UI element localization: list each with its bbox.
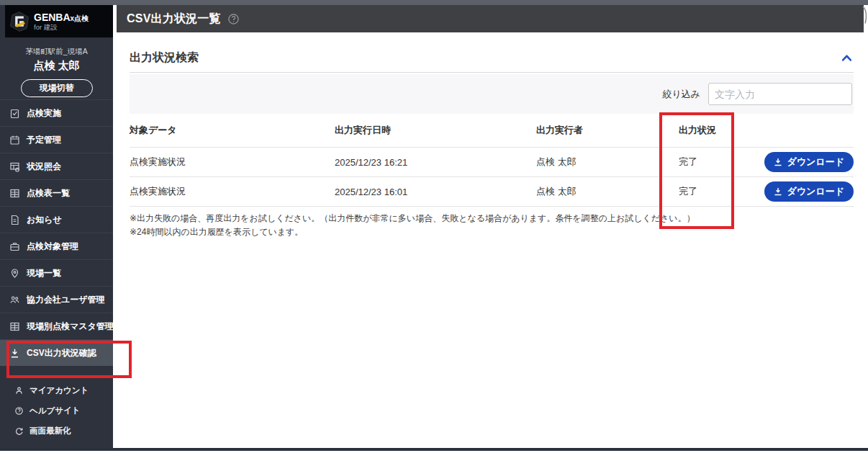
sidebar-item-schedule[interactable]: 予定管理	[0, 126, 113, 153]
sidebar-item-label: 点検表一覧	[27, 187, 70, 199]
users-icon	[9, 295, 20, 305]
brand-logo-icon	[9, 11, 30, 32]
sidebar-item-label: ヘルプサイト	[30, 405, 81, 416]
page-title: CSV出力状況一覧	[127, 12, 221, 27]
sidebar-item-notices[interactable]: お知らせ	[0, 206, 113, 233]
user-name: 点検 太郎	[0, 59, 113, 73]
table-row: 点検実施状況 2025/12/23 16:01 点検 太郎 完了 ダウンロード	[130, 177, 854, 207]
clipboard-check-icon	[9, 108, 20, 119]
table-row: 点検実施状況 2025/12/23 16:21 点検 太郎 完了 ダウンロード	[130, 148, 854, 177]
sidebar-item-label: 現場一覧	[27, 267, 61, 279]
help-icon	[14, 406, 24, 416]
download-button-label: ダウンロード	[787, 185, 844, 198]
sidebar-item-csv-output-status[interactable]: CSV出力状況確認	[0, 339, 113, 366]
cell-executed-at: 2025/12/23 16:21	[335, 157, 536, 168]
sidebar-item-label: 画面最新化	[30, 426, 71, 436]
stray-pen-mark	[862, 6, 868, 24]
download-button[interactable]: ダウンロード	[764, 152, 854, 172]
sidebar-item-site-list[interactable]: 現場一覧	[0, 259, 113, 286]
filter-bar: 絞り込み	[130, 74, 854, 114]
sidebar-item-inspection-sheets[interactable]: 点検表一覧	[0, 179, 113, 206]
sidebar-item-label: 協力会社ユーザ管理	[27, 294, 105, 306]
chevron-up-icon[interactable]	[840, 53, 854, 63]
app-logo[interactable]: GENBAx点検 for 建設	[5, 5, 113, 37]
sidebar-item-inspection-run[interactable]: 点検実施	[0, 99, 113, 126]
download-arrow-icon	[774, 187, 782, 196]
calendar-icon	[9, 135, 20, 145]
sidebar-item-label: 状況照会	[27, 161, 61, 173]
sidebar-item-label: 予定管理	[27, 134, 61, 146]
download-arrow-icon	[774, 158, 782, 166]
filter-input[interactable]	[708, 83, 852, 105]
cell-executor: 点検 太郎	[536, 156, 679, 169]
sidebar-item-site-master[interactable]: 現場別点検マスタ管理	[0, 313, 113, 339]
cell-status: 完了	[679, 185, 758, 198]
column-header-executor: 出力実行者	[536, 124, 679, 137]
cell-target-data: 点検実施状況	[130, 185, 335, 198]
download-button-label: ダウンロード	[787, 156, 844, 169]
person-icon	[14, 386, 24, 395]
sidebar: GENBAx点検 for 建設 茅場町駅前_現場A 点検 太郎 現場切替 点検実…	[0, 5, 113, 448]
table-header-row: 対象データ 出力実行日時 出力実行者 出力状況	[130, 114, 854, 148]
cell-executor: 点検 太郎	[536, 185, 679, 198]
grid-icon	[9, 321, 20, 332]
download-icon	[9, 348, 20, 359]
sidebar-item-target-management[interactable]: 点検対象管理	[0, 233, 113, 259]
sidebar-item-label: マイアカウント	[30, 385, 89, 396]
filter-label: 絞り込み	[662, 88, 700, 101]
brand-name: GENBA	[34, 12, 71, 23]
switch-site-button[interactable]: 現場切替	[21, 79, 93, 97]
sidebar-item-label: 点検対象管理	[27, 241, 78, 253]
sidebar-item-label: CSV出力状況確認	[27, 347, 96, 359]
download-button[interactable]: ダウンロード	[764, 181, 854, 202]
page-header: CSV出力状況一覧	[117, 5, 864, 32]
main-content: 出力状況検索 絞り込み 対象データ 出力実行日時 出力実行者 出力状況 点検実施…	[117, 32, 864, 448]
status-table-icon	[9, 161, 20, 172]
user-block: 茅場町駅前_現場A 点検 太郎 現場切替	[0, 37, 113, 97]
sidebar-secondary-nav: マイアカウント ヘルプサイト 画面最新化	[0, 380, 113, 441]
footnotes: ※出力失敗の場合、再度出力をお試しください。（出力件数が非常に多い場合、失敗とな…	[130, 212, 695, 239]
sidebar-nav: 点検実施 予定管理 状況照会 点検表一覧 お知らせ 点検対象管理 現場一覧 協	[0, 99, 113, 366]
cell-target-data: 点検実施状況	[130, 156, 335, 169]
column-header-target-data: 対象データ	[130, 124, 335, 137]
sidebar-item-label: お知らせ	[27, 214, 62, 226]
footnote-retry: ※出力失敗の場合、再度出力をお試しください。（出力件数が非常に多い場合、失敗とな…	[130, 212, 695, 225]
column-header-executed-at: 出力実行日時	[335, 124, 536, 137]
search-panel-title: 出力状況検索	[130, 50, 199, 66]
document-icon	[9, 215, 20, 225]
window-top-strip	[0, 0, 868, 5]
cell-executed-at: 2025/12/23 16:01	[335, 187, 536, 197]
briefcase-icon	[9, 241, 20, 252]
table-icon	[9, 188, 20, 199]
refresh-icon	[14, 426, 24, 436]
brand-subtitle: for 建設	[34, 24, 89, 31]
map-pin-icon	[9, 268, 20, 279]
window-bottom-strip	[0, 448, 868, 451]
current-site-label: 茅場町駅前_現場A	[0, 47, 113, 57]
footnote-24h: ※24時間以内の出力履歴を表示しています。	[130, 225, 695, 239]
sidebar-item-help-site[interactable]: ヘルプサイト	[0, 400, 113, 421]
help-circle-icon[interactable]	[227, 13, 240, 25]
search-panel-header: 出力状況検索	[130, 44, 854, 73]
output-status-table: 対象データ 出力実行日時 出力実行者 出力状況 点検実施状況 2025/12/2…	[130, 114, 854, 207]
sidebar-item-label: 点検実施	[27, 107, 61, 120]
sidebar-item-label: 現場別点検マスタ管理	[27, 320, 114, 333]
sidebar-item-status-inquiry[interactable]: 状況照会	[0, 153, 113, 179]
sidebar-item-my-account[interactable]: マイアカウント	[0, 380, 113, 400]
cell-status: 完了	[679, 156, 758, 169]
column-header-status: 出力状況	[679, 124, 758, 137]
sidebar-item-refresh-screen[interactable]: 画面最新化	[0, 421, 113, 441]
brand-suffix: x点検	[71, 14, 89, 22]
sidebar-item-partner-users[interactable]: 協力会社ユーザ管理	[0, 286, 113, 313]
